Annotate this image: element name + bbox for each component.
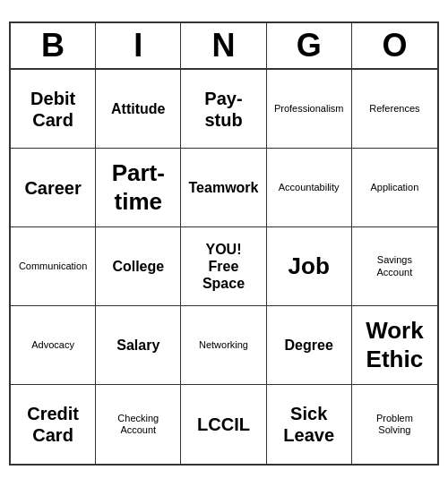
bingo-cell-0[interactable]: DebitCard xyxy=(11,70,96,149)
cell-text-16: Salary xyxy=(116,337,159,354)
cell-text-22: LCCIL xyxy=(197,414,250,435)
bingo-cell-16[interactable]: Salary xyxy=(96,306,181,385)
cell-text-6: Part-time xyxy=(112,159,165,215)
cell-text-20: CreditCard xyxy=(27,403,79,446)
bingo-cell-7[interactable]: Teamwork xyxy=(181,149,266,227)
cell-text-10: Communication xyxy=(19,261,87,272)
bingo-cell-9[interactable]: Application xyxy=(352,149,437,227)
header-letter-n: N xyxy=(181,23,266,68)
bingo-cell-18[interactable]: Degree xyxy=(267,306,352,385)
bingo-cell-14[interactable]: SavingsAccount xyxy=(352,227,437,306)
bingo-cell-13[interactable]: Job xyxy=(267,227,352,306)
bingo-cell-23[interactable]: SickLeave xyxy=(267,385,352,464)
cell-text-15: Advocacy xyxy=(31,339,74,351)
cell-text-17: Networking xyxy=(199,339,248,351)
cell-text-5: Career xyxy=(24,177,81,199)
bingo-cell-5[interactable]: Career xyxy=(11,149,96,227)
bingo-cell-12[interactable]: YOU!FreeSpace xyxy=(181,227,266,306)
cell-text-2: Pay-stub xyxy=(204,88,242,131)
bingo-cell-17[interactable]: Networking xyxy=(181,306,266,385)
header-letter-o: O xyxy=(352,23,437,68)
bingo-cell-19[interactable]: WorkEthic xyxy=(352,306,437,385)
header-letter-i: I xyxy=(96,23,181,68)
bingo-cell-6[interactable]: Part-time xyxy=(96,149,181,227)
bingo-grid: DebitCardAttitudePay-stubProfessionalism… xyxy=(11,70,437,464)
bingo-cell-24[interactable]: ProblemSolving xyxy=(352,385,437,464)
bingo-cell-22[interactable]: LCCIL xyxy=(181,385,266,464)
cell-text-7: Teamwork xyxy=(189,179,259,196)
bingo-cell-20[interactable]: CreditCard xyxy=(11,385,96,464)
header-letter-b: B xyxy=(11,23,96,68)
bingo-cell-3[interactable]: Professionalism xyxy=(267,70,352,149)
cell-text-14: SavingsAccount xyxy=(377,254,413,278)
cell-text-24: ProblemSolving xyxy=(376,413,413,436)
cell-text-9: Application xyxy=(370,182,418,193)
cell-text-23: SickLeave xyxy=(283,403,334,446)
cell-text-11: College xyxy=(112,258,164,275)
cell-text-13: Job xyxy=(289,252,330,280)
bingo-cell-1[interactable]: Attitude xyxy=(96,70,181,149)
cell-text-18: Degree xyxy=(285,337,333,354)
bingo-header: BINGO xyxy=(11,23,437,70)
cell-text-21: CheckingAccount xyxy=(117,413,159,436)
bingo-cell-21[interactable]: CheckingAccount xyxy=(96,385,181,464)
cell-text-3: Professionalism xyxy=(274,103,344,115)
bingo-cell-4[interactable]: References xyxy=(352,70,437,149)
cell-text-8: Accountability xyxy=(279,182,340,193)
header-letter-g: G xyxy=(267,23,352,68)
bingo-card: BINGO DebitCardAttitudePay-stubProfessio… xyxy=(9,21,439,466)
cell-text-0: DebitCard xyxy=(30,88,75,131)
cell-text-1: Attitude xyxy=(111,100,165,117)
bingo-cell-15[interactable]: Advocacy xyxy=(11,306,96,385)
bingo-cell-2[interactable]: Pay-stub xyxy=(181,70,266,149)
cell-text-4: References xyxy=(369,103,419,115)
cell-text-12: YOU!FreeSpace xyxy=(202,241,245,293)
cell-text-19: WorkEthic xyxy=(366,317,424,372)
bingo-cell-11[interactable]: College xyxy=(96,227,181,306)
bingo-cell-8[interactable]: Accountability xyxy=(267,149,352,227)
bingo-cell-10[interactable]: Communication xyxy=(11,227,96,306)
